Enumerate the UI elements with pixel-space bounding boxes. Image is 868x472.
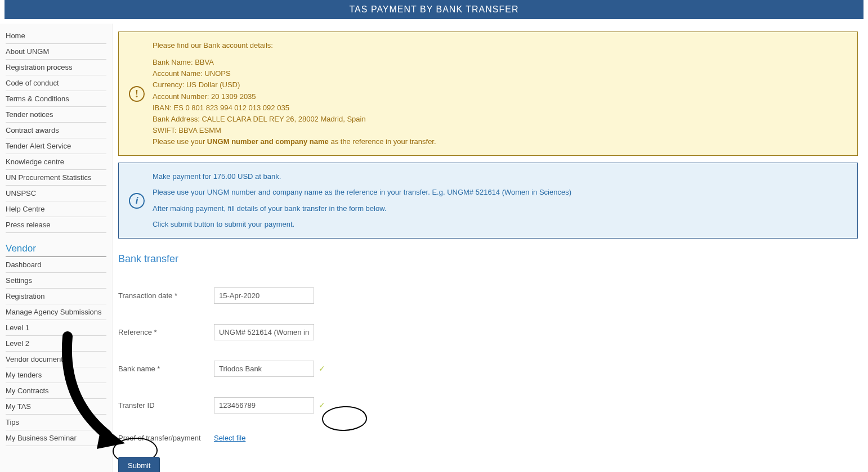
sidebar-item[interactable]: Registration	[6, 289, 106, 304]
sidebar-section-vendor: Vendor	[6, 233, 106, 257]
sidebar-item[interactable]: UN Procurement Statistics	[6, 170, 106, 186]
sidebar-item[interactable]: My Contracts	[6, 383, 106, 399]
sidebar-item[interactable]: Tips	[6, 415, 106, 430]
transaction-date-input[interactable]	[214, 287, 314, 304]
main-content: ! Please find our Bank account details: …	[113, 24, 868, 472]
sidebar-item[interactable]: Level 1	[6, 320, 106, 336]
warning-icon: !	[129, 86, 145, 102]
sidebar-vendor-items: DashboardSettingsRegistrationManage Agen…	[6, 257, 106, 446]
transfer-id-input[interactable]	[214, 397, 314, 413]
sidebar-item[interactable]: Terms & Conditions	[6, 91, 106, 107]
select-file-link[interactable]: Select file	[214, 434, 245, 442]
sidebar-vendor-list: Vendor	[6, 233, 106, 257]
sidebar-item[interactable]: Code of conduct	[6, 75, 106, 91]
sidebar-item[interactable]: UNSPSC	[6, 186, 106, 201]
page-header: TAS PAYMENT BY BANK TRANSFER	[5, 0, 863, 19]
sidebar-item[interactable]: Contract awards	[6, 123, 106, 138]
sidebar-item[interactable]: Manage Agency Submissions	[6, 304, 106, 320]
sidebar-item[interactable]: Press release	[6, 217, 106, 233]
bank-details-text: Please find our Bank account details: Ba…	[153, 40, 436, 147]
sidebar-item[interactable]: My Business Seminar	[6, 430, 106, 446]
sidebar-item[interactable]: Home	[6, 28, 106, 44]
bank-name-input[interactable]	[214, 361, 314, 377]
label-proof: Proof of transfer/payment	[118, 434, 214, 442]
label-transfer-id: Transfer ID	[118, 401, 214, 410]
check-icon: ✓	[319, 364, 325, 373]
sidebar-item[interactable]: Knowledge centre	[6, 154, 106, 170]
sidebar-item[interactable]: My tenders	[6, 367, 106, 383]
instructions-alert: i Make payment for 175.00 USD at bank. P…	[118, 163, 858, 239]
bank-transfer-form: Bank transfer Transaction date * Referen…	[118, 245, 858, 472]
sidebar-item[interactable]: My TAS	[6, 399, 106, 415]
sidebar-item[interactable]: Registration process	[6, 60, 106, 75]
bank-details-alert: ! Please find our Bank account details: …	[118, 32, 858, 156]
sidebar-item[interactable]: About UNGM	[6, 44, 106, 60]
form-title: Bank transfer	[118, 253, 858, 265]
label-transaction-date: Transaction date *	[118, 291, 214, 300]
info-icon: i	[129, 193, 145, 209]
instructions-text: Make payment for 175.00 USD at bank. Ple…	[153, 171, 571, 230]
reference-input[interactable]	[214, 324, 314, 340]
sidebar-item[interactable]: Settings	[6, 273, 106, 289]
page-title: TAS PAYMENT BY BANK TRANSFER	[350, 5, 519, 14]
sidebar-item[interactable]: Dashboard	[6, 257, 106, 273]
label-bank-name: Bank name *	[118, 365, 214, 373]
sidebar-item[interactable]: Help Centre	[6, 201, 106, 217]
label-reference: Reference *	[118, 328, 214, 336]
submit-button[interactable]: Submit	[118, 457, 160, 472]
sidebar-item[interactable]: Tender Alert Service	[6, 138, 106, 154]
check-icon: ✓	[319, 401, 325, 410]
sidebar-item[interactable]: Vendor documents	[6, 352, 106, 367]
sidebar: HomeAbout UNGMRegistration processCode o…	[0, 24, 113, 472]
sidebar-item[interactable]: Tender notices	[6, 107, 106, 123]
sidebar-main-list: HomeAbout UNGMRegistration processCode o…	[6, 28, 106, 233]
sidebar-item[interactable]: Level 2	[6, 336, 106, 352]
